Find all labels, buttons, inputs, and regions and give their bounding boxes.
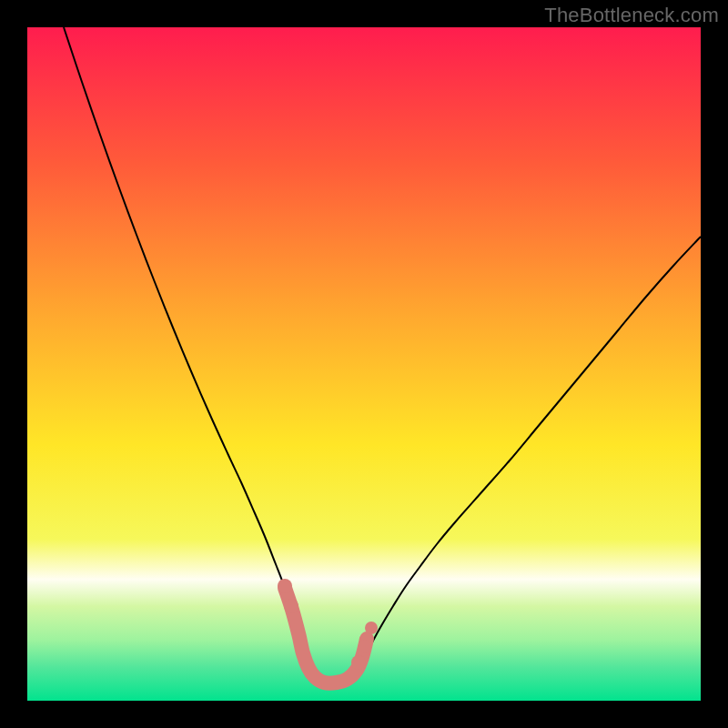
- point-right-dot-3: [365, 622, 378, 634]
- point-left-dot-2: [284, 599, 298, 613]
- point-right-dot-2: [359, 640, 371, 652]
- plot-area: [27, 27, 701, 701]
- point-left-dot-1: [278, 579, 292, 593]
- watermark-text: TheBottleneck.com: [544, 4, 719, 27]
- chart-outer: TheBottleneck.com: [0, 0, 728, 728]
- bottleneck-chart: [27, 27, 701, 701]
- point-right-dot-1: [351, 655, 366, 670]
- gradient-background: [27, 27, 701, 701]
